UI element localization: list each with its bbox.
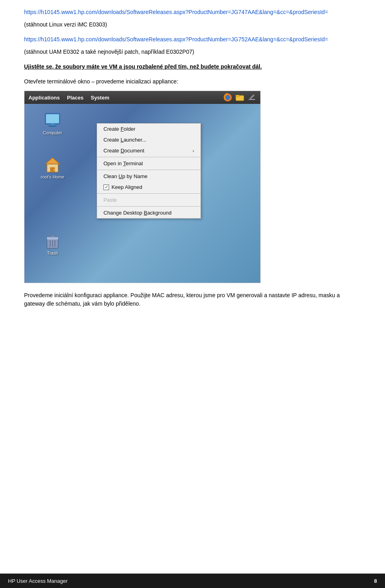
context-menu-change-bg[interactable]: Change Desktop Background [97, 207, 201, 218]
link1[interactable]: https://h10145.www1.hp.com/downloads/Sof… [24, 9, 328, 15]
svg-rect-3 [236, 95, 239, 97]
link2-paragraph: https://h10145.www1.hp.com/downloads/Sof… [24, 35, 361, 44]
context-menu-paste[interactable]: Paste [97, 195, 201, 205]
computer-icon-label: Computer [43, 130, 62, 135]
context-menu-create-folder[interactable]: Create Folder [97, 124, 201, 134]
context-menu-create-document[interactable]: Create Document › [97, 145, 201, 156]
firefox-icon[interactable] [223, 93, 232, 102]
context-menu-keep-aligned[interactable]: ✓ Keep Aligned [97, 182, 201, 193]
page-content: https://h10145.www1.hp.com/downloads/Sof… [0, 0, 385, 347]
desktop-icon-trash[interactable]: Trash [36, 231, 69, 255]
svg-rect-16 [47, 237, 58, 239]
bold-instruction: Ujistěte se, že soubory máte ve VM a jso… [24, 63, 361, 71]
desktop-icon-home[interactable]: root's Home [36, 155, 69, 179]
desktop-icon-computer[interactable]: Computer [36, 111, 69, 135]
svg-marker-11 [45, 158, 60, 164]
footer-text: HP User Access Manager [8, 578, 68, 584]
paragraph1: (stáhnout Linux verzi iMC E0303) [24, 20, 361, 29]
svg-rect-17 [50, 235, 55, 237]
paragraph-after-screenshot: Provedeme iniciální konfiguraci applianc… [24, 291, 361, 308]
svg-point-1 [225, 95, 230, 100]
context-menu-create-launcher[interactable]: Create Launcher... [97, 134, 201, 145]
home-icon-label: root's Home [41, 174, 65, 179]
folder-topbar-icon[interactable] [235, 93, 244, 102]
edit-topbar-icon[interactable] [247, 93, 256, 102]
link1-paragraph: https://h10145.www1.hp.com/downloads/Sof… [24, 8, 361, 16]
topbar-places[interactable]: Places [67, 95, 83, 101]
link2[interactable]: https://h10145.www1.hp.com/downloads/Sof… [24, 36, 328, 43]
paragraph2: (stáhnout UAM E0302 a také nejnovější pa… [24, 48, 361, 56]
context-menu-clean-up[interactable]: Clean Up by Name [97, 171, 201, 182]
topbar: Applications Places System [24, 91, 260, 104]
trash-icon-label: Trash [47, 251, 58, 255]
topbar-applications[interactable]: Applications [28, 95, 60, 101]
separator-3 [97, 193, 201, 194]
topbar-icons-area [223, 93, 256, 102]
svg-point-14 [54, 169, 55, 170]
instruction2: Otevřete terminálové okno – provedeme in… [24, 77, 361, 86]
separator-2 [97, 170, 201, 170]
context-menu-open-terminal[interactable]: Open in Terminal [97, 158, 201, 169]
svg-marker-5 [249, 94, 255, 99]
create-document-arrow: › [192, 148, 194, 153]
svg-rect-7 [46, 114, 59, 123]
page-number: 8 [374, 578, 377, 584]
topbar-system[interactable]: System [91, 95, 109, 101]
svg-rect-9 [49, 126, 57, 127]
page-footer: HP User Access Manager 8 [0, 574, 385, 588]
keep-aligned-checkbox: ✓ [103, 185, 109, 190]
svg-point-10 [51, 124, 54, 124]
separator-1 [97, 157, 201, 157]
desktop-screenshot: Applications Places System [24, 91, 261, 283]
separator-4 [97, 206, 201, 207]
context-menu: Create Folder Create Launcher... Create … [97, 123, 201, 219]
svg-rect-4 [249, 99, 255, 100]
